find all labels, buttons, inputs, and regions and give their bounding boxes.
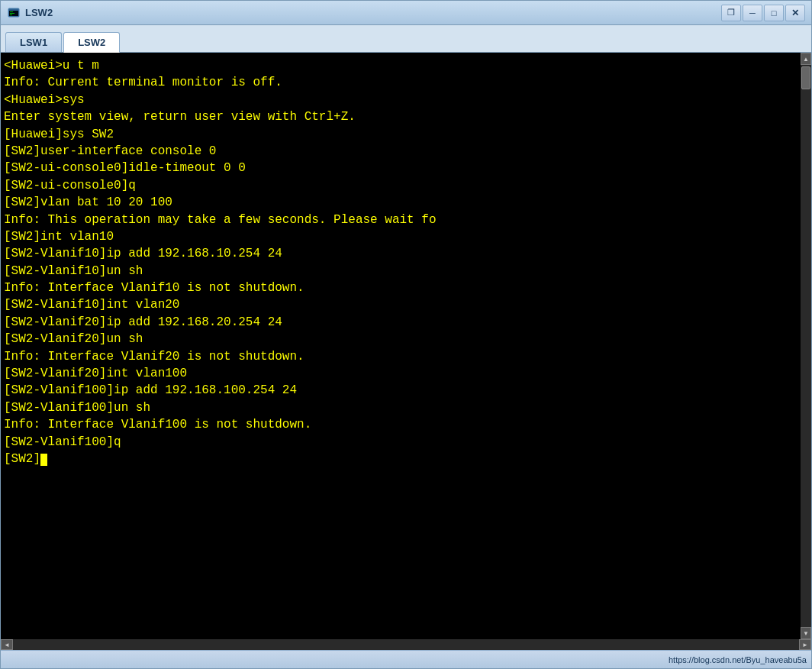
h-scroll-track	[13, 639, 799, 650]
restore-button[interactable]: ❐	[721, 5, 741, 21]
terminal-line: [SW2-ui-console0]q	[4, 177, 798, 194]
terminal-line: [SW2-Vlanif10]un sh	[4, 263, 798, 280]
terminal-line: Info: Interface Vlanif100 is not shutdow…	[4, 416, 798, 433]
terminal-line: [SW2-Vlanif10]int vlan20	[4, 296, 798, 313]
svg-rect-3	[10, 13, 14, 14]
terminal-line: [SW2-Vlanif20]un sh	[4, 331, 798, 347]
horizontal-scrollbar: ◄ ►	[1, 639, 811, 650]
terminal-line: [SW2-Vlanif10]ip add 192.168.10.254 24	[4, 245, 798, 262]
main-window: LSW2 ❐ ─ □ ✕ LSW1 LSW2 <Huawei>u t mInfo…	[0, 0, 812, 669]
terminal-output[interactable]: <Huawei>u t mInfo: Current terminal moni…	[1, 53, 801, 639]
maximize-button[interactable]: □	[764, 5, 784, 21]
terminal-line: [SW2]vlan bat 10 20 100	[4, 194, 798, 211]
terminal-line: <Huawei>u t m	[4, 57, 798, 74]
close-button[interactable]: ✕	[785, 5, 805, 21]
scroll-down-button[interactable]: ▼	[801, 627, 811, 639]
terminal-line: [SW2]user-interface console 0	[4, 143, 798, 160]
status-url: https://blog.csdn.net/Byu_haveabu5a	[669, 655, 807, 664]
tab-bar: LSW1 LSW2	[1, 25, 811, 53]
svg-rect-4	[10, 15, 12, 15]
window-controls: ❐ ─ □ ✕	[721, 5, 805, 21]
svg-rect-2	[10, 11, 13, 12]
terminal-line: [Huawei]sys SW2	[4, 126, 798, 143]
scroll-thumb[interactable]	[801, 66, 810, 89]
terminal-line: [SW2-Vlanif100]ip add 192.168.100.254 24	[4, 382, 798, 399]
terminal-line: [SW2-Vlanif20]int vlan100	[4, 365, 798, 382]
tab-lsw1[interactable]: LSW1	[5, 32, 62, 52]
terminal-line: Info: Interface Vlanif20 is not shutdown…	[4, 348, 798, 365]
terminal-line: Info: Current terminal monitor is off.	[4, 74, 798, 91]
title-bar: LSW2 ❐ ─ □ ✕	[1, 1, 811, 25]
terminal-line: [SW2]	[4, 451, 798, 467]
terminal-area: <Huawei>u t mInfo: Current terminal moni…	[1, 53, 811, 639]
minimize-button[interactable]: ─	[743, 5, 762, 21]
terminal-line: [SW2]int vlan10	[4, 228, 798, 245]
scroll-left-button[interactable]: ◄	[1, 639, 13, 650]
window-icon	[7, 6, 21, 20]
terminal-line: [SW2-Vlanif100]un sh	[4, 399, 798, 416]
terminal-line: [SW2-Vlanif100]q	[4, 434, 798, 451]
terminal-line: Enter system view, return user view with…	[4, 108, 798, 125]
vertical-scrollbar[interactable]: ▲ ▼	[801, 53, 811, 639]
status-bar: https://blog.csdn.net/Byu_haveabu5a	[1, 650, 811, 668]
cursor-blink	[40, 454, 47, 466]
terminal-line: [SW2-Vlanif20]ip add 192.168.20.254 24	[4, 314, 798, 331]
terminal-line: Info: This operation may take a few seco…	[4, 212, 798, 228]
terminal-line: Info: Interface Vlanif10 is not shutdown…	[4, 280, 798, 296]
scroll-right-button[interactable]: ►	[799, 639, 811, 650]
window-title: LSW2	[25, 7, 721, 18]
scroll-up-button[interactable]: ▲	[801, 53, 811, 65]
terminal-line: <Huawei>sys	[4, 92, 798, 108]
terminal-line: [SW2-ui-console0]idle-timeout 0 0	[4, 160, 798, 176]
tab-lsw2[interactable]: LSW2	[63, 32, 120, 53]
